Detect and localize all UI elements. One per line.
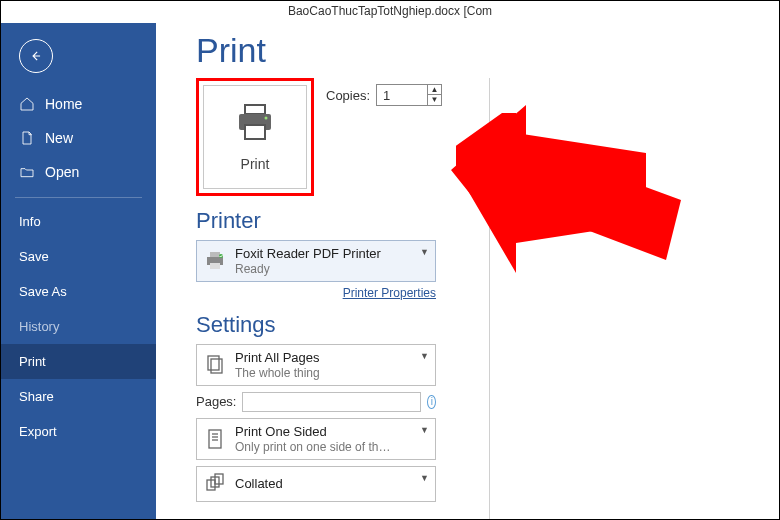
chevron-down-icon: ▼ bbox=[420, 351, 429, 361]
svg-rect-9 bbox=[211, 359, 222, 373]
copies-label: Copies: bbox=[326, 88, 370, 103]
document-title: BaoCaoThucTapTotNghiep.docx [Com bbox=[288, 4, 492, 18]
sidebar-item-export[interactable]: Export bbox=[1, 414, 156, 449]
sidebar-item-save[interactable]: Save bbox=[1, 239, 156, 274]
printer-icon bbox=[233, 103, 277, 146]
print-button[interactable]: Print bbox=[203, 85, 307, 189]
page-title: Print bbox=[196, 31, 779, 70]
sidebar-item-open[interactable]: Open bbox=[1, 155, 156, 189]
sidebar-item-print[interactable]: Print bbox=[1, 344, 156, 379]
svg-rect-8 bbox=[208, 356, 219, 370]
page-single-icon bbox=[203, 427, 227, 451]
backstage-sidebar: Home New Open Info Save Save As History … bbox=[1, 23, 156, 519]
sidebar-item-share[interactable]: Share bbox=[1, 379, 156, 414]
svg-rect-5 bbox=[210, 252, 220, 257]
print-button-label: Print bbox=[241, 156, 270, 172]
pages-input[interactable] bbox=[242, 392, 421, 412]
arrow-left-icon bbox=[29, 49, 43, 63]
spinner-down-icon[interactable]: ▼ bbox=[428, 95, 441, 105]
sidebar-item-info[interactable]: Info bbox=[1, 204, 156, 239]
pages-stack-icon bbox=[203, 353, 227, 377]
pages-label: Pages: bbox=[196, 394, 236, 409]
sidebar-item-history[interactable]: History bbox=[1, 309, 156, 344]
printer-device-icon bbox=[203, 249, 227, 273]
print-range-dropdown[interactable]: Print All Pages The whole thing ▼ bbox=[196, 344, 436, 386]
option-subtitle: Only print on one side of th… bbox=[235, 440, 390, 454]
print-preview-pane bbox=[489, 78, 779, 519]
back-button[interactable] bbox=[19, 39, 53, 73]
new-doc-icon bbox=[19, 130, 35, 146]
sidebar-item-label: Home bbox=[45, 96, 82, 112]
svg-rect-10 bbox=[209, 430, 221, 448]
folder-open-icon bbox=[19, 164, 35, 180]
printer-name: Foxit Reader PDF Printer bbox=[235, 246, 381, 262]
sides-dropdown[interactable]: Print One Sided Only print on one side o… bbox=[196, 418, 436, 460]
sidebar-item-label: Open bbox=[45, 164, 79, 180]
printer-properties-link[interactable]: Printer Properties bbox=[196, 286, 436, 300]
copies-spinner[interactable]: 1 ▲ ▼ bbox=[376, 84, 442, 106]
option-title: Print One Sided bbox=[235, 424, 390, 440]
print-panel: Print Print Copies: 1 ▲ ▼ bbox=[156, 23, 779, 519]
svg-rect-0 bbox=[245, 105, 265, 114]
sidebar-item-save-as[interactable]: Save As bbox=[1, 274, 156, 309]
sidebar-separator bbox=[15, 197, 142, 198]
option-subtitle: The whole thing bbox=[235, 366, 320, 380]
copies-value: 1 bbox=[377, 88, 427, 103]
collated-icon bbox=[203, 472, 227, 496]
home-icon bbox=[19, 96, 35, 112]
sidebar-item-new[interactable]: New bbox=[1, 121, 156, 155]
option-title: Collated bbox=[235, 476, 283, 492]
sidebar-item-home[interactable]: Home bbox=[1, 87, 156, 121]
annotation-highlight-box: Print bbox=[196, 78, 314, 196]
info-icon[interactable]: i bbox=[427, 395, 436, 409]
spinner-up-icon[interactable]: ▲ bbox=[428, 85, 441, 95]
printer-status: Ready bbox=[235, 262, 381, 276]
sidebar-item-label: New bbox=[45, 130, 73, 146]
svg-rect-6 bbox=[210, 263, 220, 269]
option-title: Print All Pages bbox=[235, 350, 320, 366]
chevron-down-icon: ▼ bbox=[420, 247, 429, 257]
title-bar: BaoCaoThucTapTotNghiep.docx [Com bbox=[1, 1, 779, 23]
chevron-down-icon: ▼ bbox=[420, 425, 429, 435]
svg-point-3 bbox=[265, 116, 268, 119]
chevron-down-icon: ▼ bbox=[420, 473, 429, 483]
collation-dropdown[interactable]: Collated ▼ bbox=[196, 466, 436, 502]
printer-dropdown[interactable]: Foxit Reader PDF Printer Ready ▼ bbox=[196, 240, 436, 282]
copies-control: Copies: 1 ▲ ▼ bbox=[326, 84, 442, 106]
svg-rect-2 bbox=[245, 125, 265, 139]
